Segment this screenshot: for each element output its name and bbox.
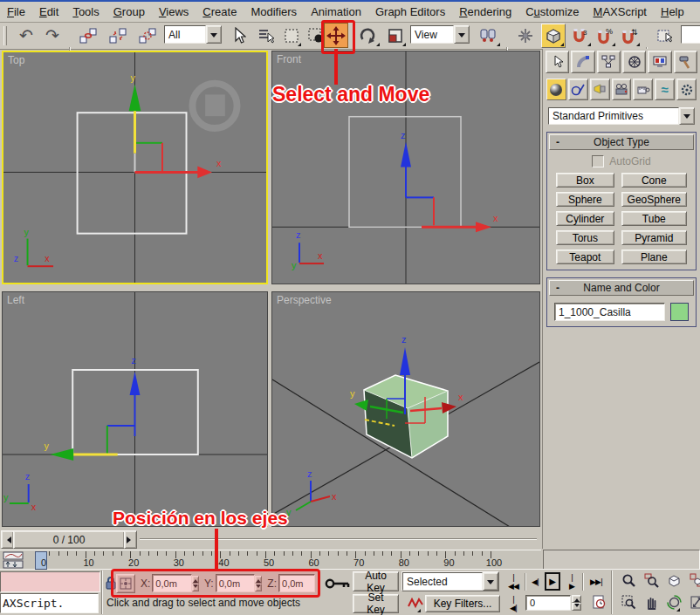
object-button-torus[interactable]: Torus <box>556 230 614 245</box>
object-button-box[interactable]: Box <box>556 173 614 188</box>
current-frame-field[interactable]: 0 <box>525 595 571 611</box>
tab-hierarchy[interactable] <box>597 51 621 73</box>
selection-set-dropdown[interactable]: Selected <box>401 571 499 591</box>
tab-create[interactable] <box>546 51 569 73</box>
tab-utilities[interactable] <box>674 51 697 73</box>
selection-set-arrow[interactable] <box>483 572 498 591</box>
viewport-top[interactable]: Top y x y <box>2 51 268 284</box>
object-button-cone[interactable]: Cone <box>621 173 687 188</box>
arc-rotate-button[interactable] <box>662 594 681 612</box>
category-spacewarps[interactable]: ≈ <box>655 79 675 100</box>
menu-help[interactable]: Help <box>654 3 691 20</box>
select-and-scale-button[interactable] <box>384 24 407 47</box>
viewport-perspective[interactable]: Perspective <box>271 291 540 527</box>
default-tangents-button[interactable] <box>402 594 422 613</box>
region-zoom-button[interactable] <box>616 594 635 612</box>
menu-customize[interactable]: Customize <box>518 3 586 20</box>
selection-filter-arrow[interactable] <box>206 25 222 44</box>
absolute-mode-toggle[interactable] <box>116 574 135 593</box>
category-shapes[interactable] <box>568 79 588 100</box>
select-and-manipulate-button[interactable] <box>513 24 538 47</box>
select-and-rotate-button[interactable] <box>354 24 381 47</box>
x-spinner[interactable] <box>192 576 199 591</box>
snap-toggle-button[interactable] <box>541 24 566 48</box>
zoom-button[interactable] <box>616 572 635 591</box>
macro-recorder-listener[interactable] <box>0 571 100 592</box>
track-ruler[interactable]: 0102030405060708090100 <box>29 550 539 570</box>
menu-rendering[interactable]: Rendering <box>452 3 518 20</box>
time-slider-track[interactable] <box>140 538 537 540</box>
category-cameras[interactable] <box>612 79 632 100</box>
next-frame-button[interactable]: |▶ <box>564 573 580 591</box>
menu-edit[interactable]: Edit <box>32 3 65 20</box>
play-button[interactable]: ▶ <box>545 572 560 591</box>
tab-modify[interactable] <box>571 51 594 73</box>
zoom-extents-button[interactable] <box>662 572 681 591</box>
key-filters-button[interactable]: Key Filters... <box>425 595 500 612</box>
select-object-button[interactable] <box>229 24 250 47</box>
menu-modifiers[interactable]: Modifiers <box>244 3 304 20</box>
select-and-link-button[interactable] <box>75 24 101 47</box>
rectangular-selection-region-button[interactable] <box>281 24 302 47</box>
object-name-field[interactable]: 1_1000_Casilla <box>554 303 665 321</box>
undo-button[interactable]: ↶ <box>14 24 38 47</box>
go-to-start-button[interactable]: |◀◀ <box>504 573 523 591</box>
y-spinner[interactable] <box>255 576 262 591</box>
set-key-button[interactable]: Set Key <box>353 594 399 613</box>
reference-coordsys-dropdown[interactable]: View <box>410 25 470 44</box>
unlink-selection-button[interactable] <box>105 24 131 47</box>
object-button-pyramid[interactable]: Pyramid <box>621 230 687 245</box>
time-slider-next-button[interactable] <box>124 530 137 549</box>
x-position-field[interactable]: 0,0m <box>152 574 191 592</box>
tab-motion[interactable] <box>622 51 646 73</box>
redo-button[interactable]: ↷ <box>40 24 65 47</box>
edit-named-selections-button[interactable] <box>653 24 677 47</box>
time-configuration-button[interactable] <box>587 594 606 612</box>
menu-maxscript[interactable]: MAXScript <box>587 3 654 20</box>
open-mini-curve-editor-button[interactable] <box>3 551 25 571</box>
category-geometry[interactable] <box>546 79 566 100</box>
tab-display[interactable] <box>648 51 671 73</box>
primitives-dropdown-arrow[interactable] <box>679 107 695 125</box>
reference-coordsys-arrow[interactable] <box>454 25 470 44</box>
previous-frame-button[interactable]: ◀| <box>527 573 543 591</box>
object-button-teapot[interactable]: Teapot <box>556 249 614 264</box>
pan-view-button[interactable] <box>639 594 658 612</box>
angle-snap-toggle-button[interactable]: 3 <box>569 24 592 47</box>
go-to-end-button[interactable]: ▶▶| <box>586 573 607 591</box>
z-position-field[interactable]: 0,0m <box>278 574 315 592</box>
menu-views[interactable]: Views <box>152 3 196 20</box>
zoom-all-button[interactable] <box>639 572 658 591</box>
auto-key-button[interactable]: Auto Key <box>353 571 399 591</box>
category-lights[interactable] <box>590 79 610 100</box>
menu-tools[interactable]: Tools <box>65 3 106 20</box>
primitives-dropdown[interactable]: Standard Primitives <box>548 107 695 125</box>
object-type-header[interactable]: - Object Type <box>549 134 694 150</box>
key-mode-toggle[interactable]: |◀| <box>504 596 522 612</box>
name-color-header[interactable]: - Name and Color <box>549 280 694 296</box>
time-slider-prev-button[interactable] <box>1 530 14 549</box>
menu-create[interactable]: Create <box>196 3 244 20</box>
object-button-plane[interactable]: Plane <box>621 249 687 264</box>
object-color-swatch[interactable] <box>670 303 689 321</box>
bind-to-space-warp-button[interactable] <box>134 24 161 47</box>
viewport-left[interactable]: Left y z z y x <box>2 291 268 527</box>
time-slider-handle[interactable]: 0 / 100 <box>13 530 125 549</box>
object-button-geosphere[interactable]: GeoSphere <box>621 192 687 207</box>
min-max-toggle-button[interactable] <box>684 594 700 612</box>
use-pivot-center-button[interactable] <box>475 24 501 47</box>
object-button-tube[interactable]: Tube <box>621 211 687 226</box>
named-selection-dropdown[interactable] <box>681 25 700 44</box>
menu-graph-editors[interactable]: Graph Editors <box>368 3 452 20</box>
category-systems[interactable] <box>676 79 697 100</box>
menu-file[interactable]: File <box>0 3 32 20</box>
zoom-extents-all-button[interactable] <box>684 572 700 591</box>
object-button-cylinder[interactable]: Cylinder <box>556 211 614 226</box>
autogrid-checkbox[interactable] <box>592 155 604 167</box>
maxscript-listener[interactable]: AXScript. <box>0 593 99 613</box>
frame-spinner[interactable] <box>572 595 581 610</box>
category-helpers[interactable] <box>633 79 653 100</box>
spinner-snap-toggle-button[interactable]: ⇅ <box>618 24 641 47</box>
y-position-field[interactable]: 0,0m <box>216 574 255 592</box>
menu-animation[interactable]: Animation <box>304 3 368 20</box>
